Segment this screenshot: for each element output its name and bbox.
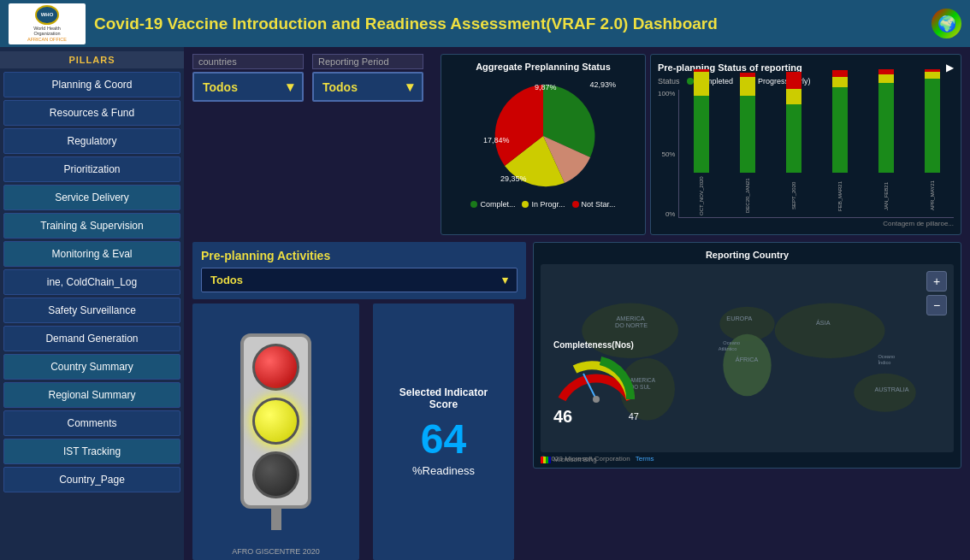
map-bing-label: Microsoft Bing <box>541 456 597 463</box>
legend-completed-dot <box>470 201 477 208</box>
bar-group-6: APR_MAY21 <box>910 69 954 217</box>
who-org-label: World HealthOrganizationAFRICAN OFFICE <box>27 26 67 43</box>
sidebar-item-coldchain[interactable]: ine, ColdChain_Log <box>3 269 180 295</box>
reporting-period-arrow-icon: ▾ <box>406 79 413 95</box>
pie-chart-box: Aggregate Preplanning Status 42 <box>441 54 646 235</box>
bar-stack-3 <box>786 72 801 173</box>
legend-notstarted-label: Not Star... <box>582 200 616 209</box>
header: WHO World HealthOrganizationAFRICAN OFFI… <box>0 0 970 47</box>
dashboard-title: Covid-19 Vaccine Introduction and Readin… <box>94 15 923 33</box>
bar-stack-4 <box>832 70 848 173</box>
y-label-100: 100% <box>658 90 675 97</box>
bar-label-4: FEB_MAR21 <box>837 174 843 217</box>
score-value: 64 <box>421 419 466 460</box>
traffic-light-wrapper <box>240 333 311 530</box>
reporting-period-dropdown[interactable]: Todos ▾ <box>312 72 423 102</box>
svg-text:Atlântico: Atlântico <box>719 346 737 351</box>
bar-yellow-2 <box>740 77 755 96</box>
bar-green-3 <box>786 104 801 173</box>
traffic-light-panel: AFRO GISCENTRE 2020 <box>192 304 359 560</box>
africa-flag-icon: 🌍 <box>932 9 961 38</box>
bar-stack-1 <box>694 69 709 173</box>
pie-label-29: 29,35% <box>500 174 527 183</box>
preplanning-arrow-icon: ▾ <box>502 274 508 286</box>
countries-dropdown[interactable]: Todos ▾ <box>192 72 304 102</box>
bar-label-2: DEC20_JAN21 <box>745 174 750 217</box>
gauge-value-secondary: 47 <box>629 411 639 427</box>
afro-label: AFRO GISCENTRE 2020 <box>232 547 320 556</box>
gauge-values: 46 47 <box>553 407 639 427</box>
legend-inprogress: In Progr... <box>522 200 565 209</box>
bar-label-6: APR_MAY21 <box>930 174 935 217</box>
legend-notstarted: Not Star... <box>572 200 616 209</box>
map-area: AMERICA DO NORTE EUROPA ÁSIA ÁFRICA AMER… <box>541 264 954 452</box>
bar-group-2: DEC20_JAN21 <box>725 73 769 217</box>
legend-completed: Complet... <box>470 200 515 209</box>
map-zoom-out-button[interactable]: − <box>926 295 947 315</box>
sidebar: PILLARS Planning & Coord Resources & Fun… <box>0 47 184 560</box>
pie-chart-visual: 42,93% 17,84% 29,35% 9,87% <box>483 76 603 196</box>
gauge-title: Completeness(Nos) <box>553 340 639 350</box>
traffic-light-housing <box>240 333 311 509</box>
pie-label-17: 17,84% <box>483 136 510 144</box>
who-logo: WHO World HealthOrganizationAFRICAN OFFI… <box>9 3 86 44</box>
bar-red-4 <box>832 70 848 77</box>
bar-yellow-4 <box>832 77 848 87</box>
bar-stack-2 <box>740 73 755 173</box>
sidebar-item-country-page[interactable]: Country_Page <box>3 467 180 492</box>
sidebar-item-regulatory[interactable]: Regulatory <box>3 128 180 154</box>
top-controls: countries Todos ▾ Reporting Period Todos… <box>184 47 970 242</box>
sidebar-item-demand[interactable]: Demand Generation <box>3 326 180 351</box>
score-title: Selected Indicator Score <box>386 386 501 410</box>
score-panel: Selected Indicator Score 64 %Readiness <box>373 304 514 560</box>
bar-label-5: JAN_FEB21 <box>884 174 889 217</box>
sidebar-item-country-summary[interactable]: Country Summary <box>3 354 180 380</box>
svg-text:Oceano: Oceano <box>723 340 740 345</box>
map-terms-link[interactable]: Terms <box>636 455 654 463</box>
traffic-yellow-light <box>252 398 299 445</box>
svg-text:ÁFRICA: ÁFRICA <box>736 356 759 363</box>
sidebar-item-ist-tracking[interactable]: IST Tracking <box>3 439 180 464</box>
svg-point-3 <box>775 304 885 358</box>
traffic-red-light <box>252 344 299 391</box>
pie-chart-title: Aggregate Preplanning Status <box>448 62 638 72</box>
sidebar-item-resources[interactable]: Resources & Fund <box>3 100 180 126</box>
svg-text:AUSTRALIA: AUSTRALIA <box>874 386 908 393</box>
bar-green-5 <box>878 83 894 173</box>
bar-stack-5 <box>878 69 894 173</box>
sidebar-item-service-delivery[interactable]: Service Delivery <box>3 185 180 210</box>
sidebar-item-comments[interactable]: Comments <box>3 410 180 436</box>
pie-label-9: 9,87% <box>535 83 557 91</box>
reporting-period-label: Reporting Period <box>312 54 423 69</box>
sidebar-item-monitoring[interactable]: Monitoring & Eval <box>3 241 180 267</box>
bar-chart-bars: OCT_NOV_2020 DEC20_JAN21 <box>678 90 954 218</box>
bar-chart-pillar-label: Contagem de pillaroe... <box>658 220 954 227</box>
bar-chart-box: Pre-planning Status of reporting ▶ Statu… <box>650 54 961 235</box>
gauge-container: Completeness(Nos) 46 <box>553 340 639 427</box>
svg-text:Oceano: Oceano <box>878 354 895 359</box>
map-box: Reporting Country <box>533 242 961 469</box>
sidebar-item-prioritization[interactable]: Prioritization <box>3 156 180 182</box>
bar-yellow-6 <box>925 72 940 79</box>
map-zoom-in-button[interactable]: + <box>926 271 947 292</box>
bar-group-1: OCT_NOV_2020 <box>679 69 723 217</box>
sidebar-item-regional-summary[interactable]: Regional Summary <box>3 382 180 408</box>
bar-yellow-3 <box>786 89 801 104</box>
bottom-section: Pre-planning Activities Todos ▾ <box>184 242 970 560</box>
bar-y-axis: 100% 50% 0% <box>658 90 678 218</box>
sidebar-item-planning[interactable]: Planning & Coord <box>3 72 180 97</box>
preplanning-dropdown[interactable]: Todos ▾ <box>201 268 518 292</box>
gauge-svg <box>553 352 639 404</box>
sidebar-item-safety[interactable]: Safety Surveillance <box>3 298 180 323</box>
bar-label-1: OCT_NOV_2020 <box>699 174 704 217</box>
bar-green-2 <box>740 96 755 173</box>
score-subtitle: %Readiness <box>412 464 475 477</box>
countries-value: Todos <box>203 80 238 94</box>
bar-green-1 <box>694 96 709 173</box>
legend-completed-label: Complet... <box>480 200 515 209</box>
sidebar-item-training[interactable]: Training & Supervision <box>3 213 180 239</box>
bing-logo-icon <box>541 457 551 463</box>
bar-chart-body: 100% 50% 0% <box>658 90 954 218</box>
bar-yellow-5 <box>878 74 894 83</box>
reporting-period-dropdown-group: Reporting Period Todos ▾ <box>312 54 423 102</box>
